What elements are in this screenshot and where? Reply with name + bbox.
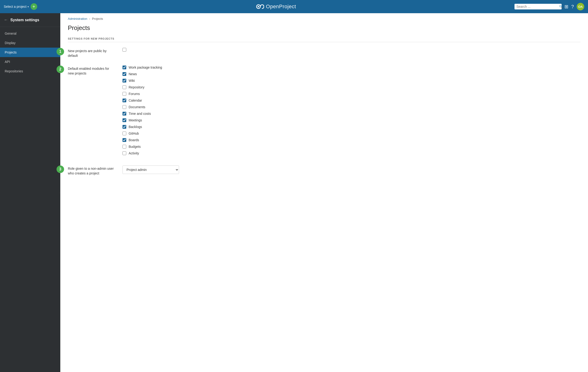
checkbox-github[interactable] <box>123 131 126 135</box>
module-label-time-and-costs: Time and costs <box>129 112 151 116</box>
module-meetings[interactable]: Meetings <box>123 118 580 122</box>
module-wiki[interactable]: Wiki <box>123 79 580 83</box>
search-input[interactable] <box>516 5 558 9</box>
checkbox-wiki[interactable] <box>123 79 126 83</box>
top-navigation: Select a project ▾ + OpenProject 🔍 ⊞ ? O… <box>0 0 588 13</box>
svg-point-1 <box>258 6 259 7</box>
search-icon[interactable]: 🔍 <box>559 5 563 9</box>
sidebar-item-general[interactable]: General <box>0 29 60 38</box>
app-layout: ← System settings General Display Projec… <box>0 13 588 372</box>
module-work-package-tracking[interactable]: Work package tracking <box>123 66 580 69</box>
module-news[interactable]: News <box>123 72 580 76</box>
module-calendar[interactable]: Calendar <box>123 98 580 102</box>
section-title: SETTINGS FOR NEW PROJECTS <box>68 37 580 42</box>
select-project-label: Select a project <box>4 5 27 9</box>
caret-down-icon: ▾ <box>28 5 29 8</box>
main-content: Administration › Projects Projects SETTI… <box>60 13 588 372</box>
module-label-github: GitHub <box>129 131 139 135</box>
help-icon[interactable]: ? <box>571 4 574 10</box>
step-2-badge: 2 <box>57 66 64 73</box>
nav-center: OpenProject <box>37 2 514 11</box>
checkbox-forums[interactable] <box>123 92 126 96</box>
user-avatar[interactable]: OA <box>577 3 584 10</box>
module-label-work-package-tracking: Work package tracking <box>129 66 162 69</box>
add-project-button[interactable]: + <box>31 3 37 10</box>
default-modules-row: 2 Default enabled modules for new projec… <box>68 66 580 158</box>
role-control: Project admin Member Viewer <box>115 165 580 174</box>
sidebar-item-api[interactable]: API <box>0 57 60 66</box>
sidebar-back-button[interactable]: ← <box>4 17 8 22</box>
logo-icon <box>256 2 264 11</box>
module-label-budgets: Budgets <box>129 145 141 149</box>
checkbox-activity[interactable] <box>123 151 126 155</box>
role-row: 3 Role given to a non-admin user who cre… <box>68 165 580 176</box>
settings-section: SETTINGS FOR NEW PROJECTS 1 New projects… <box>60 37 588 176</box>
logo-text: OpenProject <box>266 3 296 10</box>
public-by-default-checkbox-item[interactable] <box>123 48 580 52</box>
role-label: Role given to a non-admin user who creat… <box>68 165 115 176</box>
module-label-wiki: Wiki <box>129 79 135 83</box>
breadcrumb-current: Projects <box>92 17 103 21</box>
checkbox-meetings[interactable] <box>123 118 126 122</box>
module-label-calendar: Calendar <box>129 98 142 102</box>
apps-grid-icon[interactable]: ⊞ <box>565 4 568 10</box>
checkbox-time-and-costs[interactable] <box>123 112 126 116</box>
breadcrumb-separator: › <box>89 17 90 21</box>
checkbox-repository[interactable] <box>123 85 126 89</box>
logo: OpenProject <box>256 2 296 11</box>
module-time-and-costs[interactable]: Time and costs <box>123 112 580 116</box>
module-boards[interactable]: Boards <box>123 138 580 142</box>
nav-right: 🔍 ⊞ ? OA <box>514 3 584 10</box>
sidebar-item-projects[interactable]: Projects <box>0 48 60 57</box>
module-documents[interactable]: Documents <box>123 105 580 109</box>
module-label-backlogs: Backlogs <box>129 125 142 129</box>
checkbox-calendar[interactable] <box>123 98 126 102</box>
checkbox-work-package-tracking[interactable] <box>123 66 126 69</box>
sidebar: ← System settings General Display Projec… <box>0 13 60 372</box>
public-by-default-control <box>115 48 580 55</box>
step-1-badge: 1 <box>57 48 64 55</box>
sidebar-item-repositories[interactable]: Repositories <box>0 66 60 76</box>
module-budgets[interactable]: Budgets <box>123 145 580 149</box>
public-by-default-label: New projects are public by default <box>68 48 115 58</box>
select-project-button[interactable]: Select a project ▾ <box>4 5 29 9</box>
default-modules-label: Default enabled modules for new projects <box>68 66 115 76</box>
module-backlogs[interactable]: Backlogs <box>123 125 580 129</box>
sidebar-item-display[interactable]: Display <box>0 38 60 48</box>
nav-left: Select a project ▾ + <box>4 3 37 10</box>
module-label-news: News <box>129 72 137 76</box>
resize-dots-icon: ⋮ <box>59 191 60 194</box>
module-activity[interactable]: Activity <box>123 151 580 155</box>
page-title: Projects <box>60 22 588 37</box>
search-box[interactable]: 🔍 <box>514 4 562 10</box>
sidebar-nav: General Display Projects API Repositorie… <box>0 27 60 78</box>
module-github[interactable]: GitHub <box>123 131 580 135</box>
checkbox-budgets[interactable] <box>123 145 126 149</box>
module-label-documents: Documents <box>129 105 145 109</box>
sidebar-title: System settings <box>10 18 39 22</box>
public-by-default-checkbox[interactable] <box>123 48 126 52</box>
module-label-repository: Repository <box>129 85 144 89</box>
sidebar-header: ← System settings <box>0 13 60 27</box>
checkbox-backlogs[interactable] <box>123 125 126 129</box>
breadcrumb: Administration › Projects <box>60 13 588 22</box>
checkbox-boards[interactable] <box>123 138 126 142</box>
default-modules-control: Work package tracking News Wiki Reposito… <box>115 66 580 158</box>
checkbox-documents[interactable] <box>123 105 126 109</box>
step-3-badge: 3 <box>57 165 64 173</box>
checkbox-news[interactable] <box>123 72 126 76</box>
module-label-boards: Boards <box>129 138 139 142</box>
module-label-meetings: Meetings <box>129 118 142 122</box>
breadcrumb-parent-link[interactable]: Administration <box>68 17 87 21</box>
module-label-forums: Forums <box>129 92 140 96</box>
module-label-activity: Activity <box>129 151 139 155</box>
role-select[interactable]: Project admin Member Viewer <box>123 165 179 174</box>
module-forums[interactable]: Forums <box>123 92 580 96</box>
module-repository[interactable]: Repository <box>123 85 580 89</box>
public-by-default-row: 1 New projects are public by default <box>68 48 580 58</box>
